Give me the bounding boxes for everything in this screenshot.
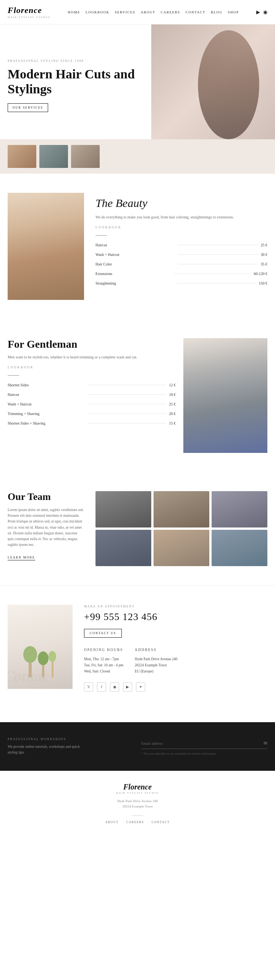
footer-about[interactable]: ABOUT — [105, 820, 118, 824]
thumbnail-3[interactable] — [71, 145, 100, 168]
team-photo-6 — [212, 530, 267, 566]
beauty-title: The Beauty — [95, 197, 267, 210]
price-value: 30 € — [261, 252, 268, 257]
price-item-wash-haircut: Wash + Haircut 30 € — [95, 250, 267, 259]
beauty-section: The Beauty We do everything to make you … — [0, 174, 275, 319]
contact-us-button[interactable]: CONTACT US — [84, 629, 122, 638]
price-name: Shorten Sides + Shaving — [8, 421, 85, 425]
nav-social-icons: ▶ ◉ — [256, 9, 267, 15]
nav-contact[interactable]: CONTACT — [186, 10, 205, 14]
newsletter-desc: We provide online tutorials, workshops a… — [8, 744, 84, 755]
price-dots — [88, 404, 166, 404]
gentleman-image-inner — [183, 338, 267, 453]
hero-content: PROFESSIONAL STYLING SINCE 1988 Modern H… — [0, 24, 151, 139]
contact-section: Contac MAKE AN APPOINTMENT +99 555 123 4… — [0, 585, 275, 711]
address-line-1: Hyde Park Drive Avenue 240 — [135, 656, 178, 662]
instagram-icon[interactable]: ◉ — [263, 9, 267, 15]
price-item-extensions: Extensions 60-120 € — [95, 269, 267, 278]
footer-address: Hyde Park Drive Avenue 240 20224 Example… — [8, 798, 267, 809]
price-name: Wash + Haircut — [8, 402, 85, 406]
hours-line-3: Wed, Sun: Closed — [84, 668, 123, 674]
facebook-icon[interactable]: f — [97, 682, 106, 692]
email-input[interactable] — [141, 741, 264, 746]
gentleman-desc: Men want to be stylish too, whether it i… — [8, 354, 176, 360]
youtube-icon-contact[interactable]: ▶ — [123, 682, 132, 692]
svg-rect-4 — [52, 660, 53, 677]
contact-address: ADDRESS Hyde Park Drive Avenue 240 20224… — [135, 647, 178, 675]
thumbnail-2[interactable] — [39, 145, 68, 168]
hero-cta-button[interactable]: OUR SERVICES — [8, 103, 48, 112]
hero-thumbnails — [0, 139, 275, 174]
nav-shop[interactable]: SHOP — [228, 10, 239, 14]
price-name: Extensions — [95, 272, 171, 276]
team-photo-2 — [154, 491, 209, 527]
price-name: Wash + Haircut — [95, 252, 175, 257]
logo[interactable]: Florence HAIR STYLIST STUDIO — [8, 5, 50, 19]
newsletter-row: PROFESSIONAL WORKSHOPS We provide online… — [8, 737, 267, 755]
team-title: Our Team — [8, 491, 84, 503]
price-dots — [177, 283, 256, 283]
gentleman-deco-line — [8, 375, 19, 376]
gent-price-haircut: Haircut 18 € — [8, 390, 176, 399]
price-value: 60-120 € — [254, 272, 267, 276]
email-submit-icon[interactable]: ✉ — [264, 741, 267, 746]
hours-title: OPENING HOURS — [84, 647, 123, 653]
contact-right: MAKE AN APPOINTMENT +99 555 123 456 CONT… — [84, 605, 267, 692]
hours-line-1: Mon, Thu: 12 am - 7pm — [84, 656, 123, 662]
nav-about[interactable]: ABOUT — [141, 10, 155, 14]
team-section: Our Team Lorem ipsum dolor sit amet, sag… — [0, 472, 275, 585]
nav-blog[interactable]: BLOG — [211, 10, 223, 14]
beauty-lookbook-label[interactable]: LOOKBOOK — [95, 226, 267, 229]
instagram-icon-contact[interactable]: ◉ — [110, 682, 119, 692]
team-photo-4 — [95, 530, 151, 566]
logo-sub: HAIR STYLIST STUDIO — [8, 16, 50, 19]
price-value: 25 € — [169, 402, 176, 406]
newsletter-label: PROFESSIONAL WORKSHOPS — [8, 737, 134, 741]
twitter-icon[interactable]: 𝕏 — [84, 682, 93, 692]
svg-point-3 — [38, 651, 49, 665]
price-item-haircut: Haircut 25 € — [95, 240, 267, 250]
footer-logo-sub: HAIR STYLIST STUDIO — [8, 791, 267, 794]
address-title: ADDRESS — [135, 647, 178, 653]
hero-section: PROFESSIONAL STYLING SINCE 1988 Modern H… — [0, 24, 275, 139]
yelp-icon[interactable]: ✦ — [136, 682, 145, 692]
address-line-3: EU (Europe) — [135, 668, 178, 674]
beauty-price-list: Haircut 25 € Wash + Haircut 30 € Hair Co… — [95, 240, 267, 288]
nav-links: HOME LOOKBOOK SERVICES ABOUT CAREERS CON… — [68, 10, 239, 14]
newsletter-note: * You can subscribe to our newsletter fo… — [141, 752, 267, 755]
footer: Florence HAIR STYLIST STUDIO Hyde Park D… — [0, 771, 275, 835]
email-row: ✉ — [141, 741, 267, 749]
gentleman-content: For Gentleman Men want to be stylish too… — [8, 338, 176, 428]
gent-price-trim: Trimming + Shaving 20 € — [8, 409, 176, 418]
team-content: Our Team Lorem ipsum dolor sit amet, sag… — [8, 491, 84, 560]
footer-contact[interactable]: CONTACT — [152, 820, 170, 824]
price-item-straightening: Straightening 150 € — [95, 278, 267, 288]
price-dots — [178, 264, 257, 264]
newsletter-right: ✉ * You can subscribe to our newsletter … — [141, 741, 267, 755]
hero-woman-image — [151, 24, 275, 139]
newsletter-left: PROFESSIONAL WORKSHOPS We provide online… — [8, 737, 134, 755]
hero-image — [151, 24, 275, 139]
gent-price-shorten: Shorten Sides 12 € — [8, 380, 176, 390]
price-value: 25 € — [261, 243, 268, 247]
logo-name: Florence — [8, 5, 50, 15]
gentleman-lookbook-label[interactable]: LOOKBOOK — [8, 366, 176, 369]
learn-more-button[interactable]: LEARN MORE — [8, 556, 35, 560]
nav-services[interactable]: SERVICES — [115, 10, 136, 14]
navigation: Florence HAIR STYLIST STUDIO HOME LOOKBO… — [0, 0, 275, 24]
thumbnail-1[interactable] — [8, 145, 36, 168]
nav-careers[interactable]: CAREERS — [161, 10, 180, 14]
beauty-desc: We do everything to make you look good, … — [95, 214, 267, 220]
youtube-icon[interactable]: ▶ — [256, 9, 260, 15]
gentleman-price-list: Shorten Sides 12 € Haircut 18 € Wash + H… — [8, 380, 176, 428]
footer-careers[interactable]: CAREERS — [126, 820, 144, 824]
team-photo-1 — [95, 491, 151, 527]
nav-home[interactable]: HOME — [68, 10, 81, 14]
beauty-content: The Beauty We do everything to make you … — [95, 193, 267, 288]
team-photo-5 — [154, 530, 209, 566]
nav-lookbook[interactable]: LOOKBOOK — [86, 10, 110, 14]
price-item-color: Hair Color 35 € — [95, 259, 267, 269]
team-desc: Lorem ipsum dolor sit amet, sagittis ves… — [8, 507, 84, 548]
price-name: Haircut — [95, 243, 175, 247]
price-name: Haircut — [8, 392, 85, 397]
